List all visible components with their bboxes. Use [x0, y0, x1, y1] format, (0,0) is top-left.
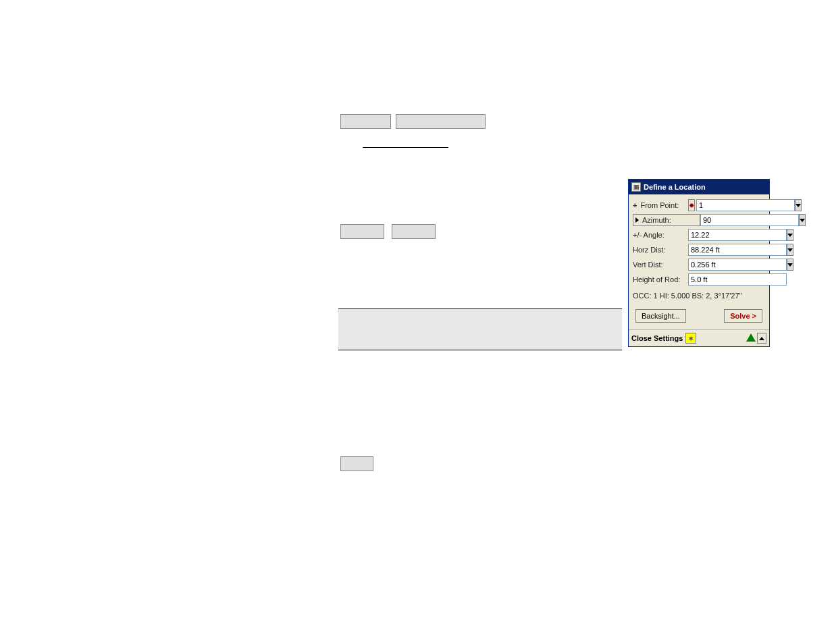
- horz-dist-input[interactable]: [688, 244, 787, 256]
- dialog-title: Define a Location: [644, 183, 706, 191]
- horz-dist-dropdown[interactable]: [787, 244, 793, 256]
- doc-box-1: [340, 114, 391, 129]
- settings-star-icon[interactable]: ✶: [685, 333, 696, 344]
- vert-dist-input[interactable]: [688, 259, 787, 271]
- vert-dist-label: Vert Dist:: [633, 261, 688, 269]
- from-point-label: + From Point:: [633, 201, 688, 209]
- dialog-button-row: Backsight... Solve >: [633, 308, 765, 327]
- status-line: OCC: 1 HI: 5.000 BS: 2, 3°17'27": [633, 292, 765, 300]
- close-settings-label[interactable]: Close Settings: [631, 334, 683, 342]
- row-height-rod: Height of Rod:: [633, 273, 765, 286]
- azimuth-input[interactable]: [700, 214, 799, 226]
- define-location-dialog: ▣ Define a Location + From Point: ✸ Azim…: [628, 179, 770, 347]
- azimuth-dropdown[interactable]: [799, 214, 806, 226]
- solve-button[interactable]: Solve >: [724, 309, 762, 323]
- warning-icon[interactable]: [746, 333, 756, 343]
- horz-dist-label: Horz Dist:: [633, 246, 688, 254]
- doc-box-4: [392, 224, 436, 239]
- angle-label: +/- Angle:: [633, 231, 688, 239]
- azimuth-label-button[interactable]: Azimuth:: [633, 214, 700, 226]
- vert-dist-dropdown[interactable]: [787, 259, 793, 271]
- doc-box-5: [340, 456, 373, 471]
- height-rod-input[interactable]: [688, 273, 787, 286]
- doc-box-3: [340, 224, 384, 239]
- expand-up-button[interactable]: [757, 333, 766, 344]
- backsight-button[interactable]: Backsight...: [635, 309, 686, 323]
- play-icon: [635, 217, 639, 223]
- row-vert-dist: Vert Dist:: [633, 258, 765, 271]
- row-azimuth: Azimuth:: [633, 213, 765, 227]
- from-point-dropdown[interactable]: [795, 199, 802, 211]
- dialog-titlebar: ▣ Define a Location: [629, 180, 769, 194]
- row-angle: +/- Angle:: [633, 228, 765, 242]
- row-horz-dist: Horz Dist:: [633, 243, 765, 257]
- from-point-input[interactable]: [696, 199, 795, 211]
- plus-icon: +: [633, 201, 637, 209]
- angle-input[interactable]: [688, 229, 787, 241]
- doc-underline-1: [363, 146, 448, 148]
- doc-wide-band: [338, 308, 622, 350]
- height-rod-label: Height of Rod:: [633, 275, 688, 284]
- row-from-point: + From Point: ✸: [633, 198, 765, 212]
- app-icon: ▣: [631, 182, 641, 192]
- doc-box-2: [396, 114, 486, 129]
- angle-dropdown[interactable]: [787, 229, 793, 241]
- dialog-bottom-bar: Close Settings ✶: [629, 329, 769, 346]
- pick-point-icon-button[interactable]: ✸: [688, 199, 695, 211]
- dialog-body: + From Point: ✸ Azimuth: +/- Angle: Horz…: [629, 194, 769, 329]
